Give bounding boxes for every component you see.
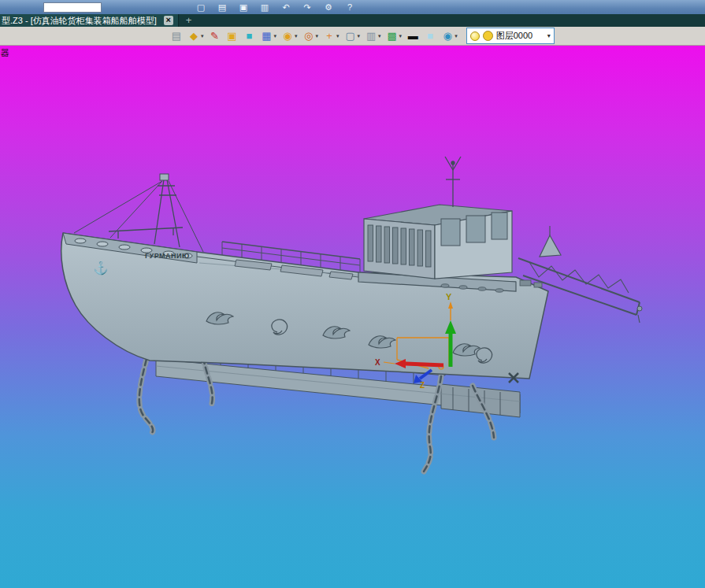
ship-model[interactable]: ⚓ ГУРМАНИЮ Y X Z: [0, 46, 705, 588]
quick-access-toolbar: ▢▤▣▥↶↷⚙?: [195, 1, 355, 13]
save-icon[interactable]: ▣: [238, 1, 249, 13]
new-tab-button[interactable]: +: [179, 14, 199, 27]
viewport[interactable]: 器: [0, 46, 705, 588]
document-tab-bar: 型.Z3 - [仿真油轮货柜集装箱船船舶模型] × +: [0, 14, 705, 27]
chevron-down-icon[interactable]: ▾: [547, 32, 551, 39]
pan-move-icon[interactable]: +▾: [321, 28, 342, 44]
dropdown-caret-icon[interactable]: ▾: [295, 33, 298, 39]
help-icon[interactable]: ?: [344, 1, 355, 13]
tab-close-icon[interactable]: ×: [164, 16, 173, 25]
dropdown-caret-icon[interactable]: ▾: [378, 33, 381, 39]
window-zoom-icon[interactable]: ▢▾: [342, 28, 363, 44]
aft-mast: [445, 157, 461, 207]
layer-color-swatch-icon[interactable]: [483, 31, 493, 41]
titlebar: ▢▤▣▥↶↷⚙?: [0, 0, 705, 14]
yellow-box-icon[interactable]: ▣: [224, 28, 241, 44]
dropdown-caret-icon[interactable]: ▾: [201, 33, 204, 39]
shade-mode-icon[interactable]: ▦▾: [258, 28, 280, 44]
dropdown-caret-icon[interactable]: ▾: [336, 33, 340, 39]
key-icon[interactable]: ◆▾: [185, 28, 206, 44]
y-axis-label: Y: [446, 292, 452, 301]
open-folder-icon[interactable]: ▤: [217, 1, 228, 13]
x-axis-label: X: [375, 358, 380, 367]
layer-visibility-bulb-icon[interactable]: [470, 31, 480, 41]
background-image-icon[interactable]: ▩▾: [384, 28, 405, 44]
dropdown-caret-icon[interactable]: ▾: [399, 33, 403, 39]
new-file-icon[interactable]: ▢: [195, 1, 206, 13]
dropdown-caret-icon[interactable]: ▾: [358, 33, 361, 39]
cyan-cube-icon[interactable]: ■: [241, 28, 258, 44]
settings-icon[interactable]: ⚙: [323, 1, 334, 13]
layer-name-value: 图层0000: [496, 30, 544, 42]
zoom-search-icon[interactable]: ◎▾: [300, 28, 321, 44]
view-toolbar: ▤◆▾✎▣■▦▾◉▾◎▾+▾▢▾▥▾▩▾▬■◉▾ 图层0000 ▾: [0, 27, 705, 46]
sketch-pencil-icon[interactable]: ✎: [206, 28, 224, 44]
anchor-icon: ⚓: [93, 261, 109, 276]
visibility-eye-icon[interactable]: ◉▾: [439, 28, 460, 44]
toolbar-icons: ▤◆▾✎▣■▦▾◉▾◎▾+▾▢▾▥▾▩▾▬■◉▾: [168, 28, 460, 44]
document-tab-title: 型.Z3 - [仿真油轮货柜集装箱船船舶模型]: [2, 15, 157, 27]
print-icon[interactable]: ▥: [259, 1, 270, 13]
redo-icon[interactable]: ↷: [302, 1, 313, 13]
color-swatch-icon[interactable]: ■: [421, 28, 439, 44]
line-width-icon[interactable]: ▬: [404, 28, 421, 44]
color-wheel-icon[interactable]: ◉▾: [279, 28, 300, 44]
layer-list-icon[interactable]: ▥▾: [362, 28, 384, 44]
clipboard-icon[interactable]: ▤: [168, 28, 185, 44]
document-tab-active[interactable]: 型.Z3 - [仿真油轮货柜集装箱船船舶模型] ×: [0, 14, 179, 27]
dropdown-caret-icon[interactable]: ▾: [274, 33, 277, 39]
x-axis-arrow: [406, 364, 443, 365]
cad-application-window: ▢▤▣▥↶↷⚙? 型.Z3 - [仿真油轮货柜集装箱船船舶模型] × + ▤◆▾…: [0, 0, 705, 588]
undo-icon[interactable]: ↶: [280, 1, 291, 13]
dropdown-caret-icon[interactable]: ▾: [455, 33, 458, 39]
titlebar-search-box[interactable]: [43, 2, 102, 13]
hull-name-text: ГУРМАНИЮ: [145, 252, 190, 260]
z-axis-label: Z: [420, 381, 425, 390]
dropdown-caret-icon[interactable]: ▾: [316, 33, 319, 39]
layer-dropdown[interactable]: 图层0000 ▾: [466, 28, 555, 44]
